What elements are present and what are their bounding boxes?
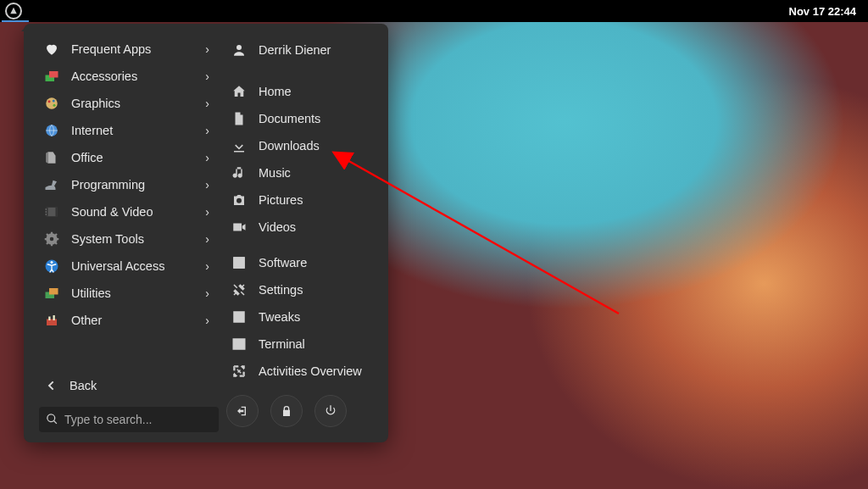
category-sound-video[interactable]: Sound & Video › [39,198,218,225]
chevron-right-icon: › [205,205,209,219]
chevron-right-icon: › [205,259,209,273]
shortcut-terminal[interactable]: Terminal [226,331,375,358]
shortcut-label: Software [259,256,307,270]
chevron-right-icon: › [205,314,209,327]
places-column: Derrik Diener Home Documents Downloads M… [223,24,388,442]
svg-rect-25 [234,312,244,322]
shortcut-label: Activities Overview [259,364,362,378]
svg-rect-18 [49,288,58,295]
svg-point-10 [46,208,47,210]
user-icon [230,41,248,59]
chevron-right-icon: › [205,151,209,164]
place-downloads[interactable]: Downloads [226,132,375,159]
power-icon [324,404,337,418]
session-buttons [226,395,375,432]
category-label: Graphics [71,97,120,110]
shortcut-software[interactable]: Software [226,249,375,276]
lock-button[interactable] [270,395,303,427]
svg-point-2 [46,97,58,109]
chevron-right-icon: › [205,124,209,137]
shortcut-activities-overview[interactable]: Activities Overview [226,358,375,385]
documents-icon [230,109,248,128]
place-label: Pictures [259,193,303,207]
back-button[interactable]: Back [39,371,218,400]
category-frequent-apps[interactable]: Frequent Apps › [39,36,218,63]
top-bar: Nov 17 22:44 [0,0,868,22]
music-icon [230,164,248,182]
activities-overview-icon [230,362,248,381]
category-internet[interactable]: Internet › [39,117,218,144]
category-label: Other [71,314,102,327]
category-utilities[interactable]: Utilities › [39,280,218,307]
utilities-icon [42,284,61,303]
category-accessories[interactable]: Accessories › [39,63,218,90]
svg-rect-28 [233,339,245,349]
shortcut-label: Terminal [259,337,305,351]
universal-access-icon [42,257,61,275]
videos-icon [230,218,248,236]
svg-marker-30 [234,373,238,377]
svg-marker-29 [241,366,245,370]
place-home[interactable]: Home [226,78,375,105]
search-icon [46,413,58,425]
place-label: Music [259,166,291,180]
category-label: Frequent Apps [71,42,151,56]
place-label: Videos [259,220,296,234]
shortcut-label: Tweaks [259,310,300,324]
category-label: System Tools [71,232,144,246]
chevron-right-icon: › [205,232,209,246]
svg-point-14 [50,237,54,242]
svg-point-5 [53,104,56,107]
power-button[interactable] [314,395,347,427]
chevron-right-icon: › [205,178,209,192]
category-label: Universal Access [71,259,164,273]
category-label: Sound & Video [71,205,153,219]
place-videos[interactable]: Videos [226,214,375,241]
software-icon [230,253,248,272]
category-other[interactable]: Other › [39,307,218,334]
svg-point-23 [236,198,242,203]
category-label: Office [71,151,103,164]
chevron-left-icon [44,379,58,392]
svg-point-3 [48,100,51,103]
chevron-right-icon: › [205,97,209,110]
downloads-icon [230,136,248,155]
category-label: Utilities [71,286,111,300]
programming-icon [42,175,61,194]
chevron-right-icon: › [205,286,209,300]
system-tools-icon [42,230,61,248]
shortcut-label: Settings [259,283,303,297]
shortcut-settings[interactable]: Settings [226,276,375,303]
svg-point-11 [46,211,47,213]
terminal-icon [230,335,248,353]
svg-point-22 [236,45,242,50]
clock[interactable]: Nov 17 22:44 [789,5,869,18]
place-label: Downloads [259,139,320,153]
category-system-tools[interactable]: System Tools › [39,225,218,253]
activities-icon [5,3,22,19]
user-name: Derrik Diener [259,43,331,57]
logout-button[interactable] [226,395,259,427]
graphics-icon [42,94,61,113]
category-programming[interactable]: Programming › [39,171,218,198]
place-label: Documents [259,112,320,125]
category-graphics[interactable]: Graphics › [39,90,218,117]
shortcut-tweaks[interactable]: Tweaks [226,303,375,331]
search-input[interactable] [39,407,219,432]
user-row[interactable]: Derrik Diener [226,36,375,64]
home-icon [230,82,248,101]
place-pictures[interactable]: Pictures [226,186,375,214]
category-office[interactable]: Office › [39,144,218,171]
svg-point-16 [51,261,53,264]
settings-icon [230,281,248,299]
category-column: Frequent Apps › Accessories › Graphics ›… [24,24,223,442]
office-icon [42,148,61,167]
place-documents[interactable]: Documents [226,105,375,132]
internet-icon [42,121,61,140]
lock-icon [280,404,293,418]
category-label: Internet [71,124,113,137]
place-music[interactable]: Music [226,159,375,186]
application-menu: Frequent Apps › Accessories › Graphics ›… [24,24,388,442]
category-universal-access[interactable]: Universal Access › [39,253,218,280]
activities-button[interactable] [0,3,22,19]
